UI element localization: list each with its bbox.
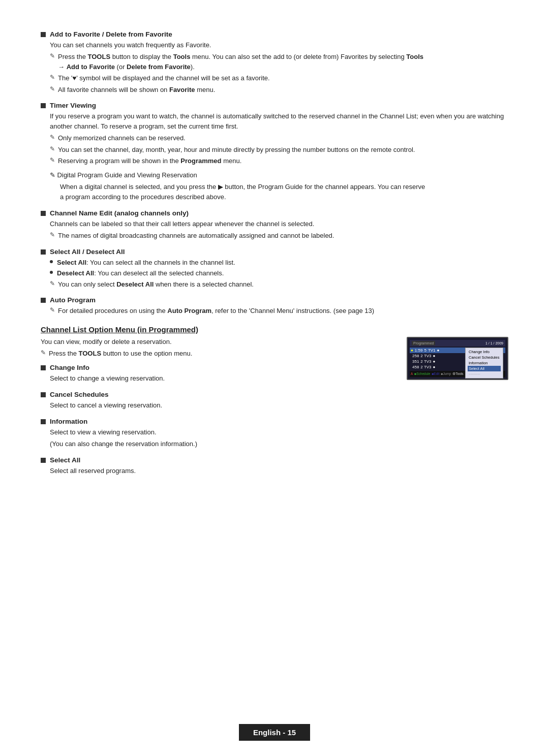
sub-section-select-all: Select All Select all reserved programs. bbox=[41, 456, 391, 476]
tv-footer-schedule: ■Schedule bbox=[414, 372, 430, 376]
section-title: Select All bbox=[50, 456, 80, 464]
tv-row-ch: 5 bbox=[424, 348, 426, 353]
section-body: Select to change a viewing reservation. bbox=[41, 373, 391, 384]
note-icon: ✎ bbox=[50, 145, 55, 152]
body-text: If you reserve a program you want to wat… bbox=[50, 111, 508, 132]
tv-menu: Change Info Cancel Schedules Information… bbox=[465, 348, 503, 379]
note-icon: ✎ bbox=[50, 280, 55, 287]
sub-body: When a digital channel is selected, and … bbox=[50, 182, 508, 202]
body-text: Channels can be labeled so that their ca… bbox=[50, 219, 508, 229]
note-text: All favorite channels will be shown on F… bbox=[58, 85, 215, 95]
tv-header: Programmed 1 / 1 / 2009 bbox=[410, 340, 505, 346]
sub-section-digital: ✎ Digital Program Guide and Viewing Rese… bbox=[50, 170, 508, 202]
note-icon: ✎ bbox=[50, 74, 55, 81]
bullet-icon bbox=[41, 211, 46, 216]
note-text: Only memorized channels can be reserved. bbox=[58, 133, 186, 143]
bullet-icon bbox=[41, 419, 46, 424]
body-text: Select to cancel a viewing reservation. bbox=[50, 400, 391, 411]
sub-title: ✎ Digital Program Guide and Viewing Rese… bbox=[50, 170, 508, 180]
note-icon: ✎ bbox=[50, 231, 55, 238]
note-text: You can set the channel, day, month, yea… bbox=[58, 145, 415, 155]
section-title: Add to Favorite / Delete from Favorite bbox=[50, 30, 172, 38]
note-icon: ✎ bbox=[50, 156, 55, 164]
note-1: ✎ The names of digital broadcasting chan… bbox=[50, 231, 508, 241]
section-title: Channel Name Edit (analog channels only) bbox=[50, 209, 189, 217]
channel-list-title: Channel List Option Menu (in Programmed) bbox=[41, 325, 508, 334]
tv-footer-tools: ⚙Tools bbox=[452, 372, 463, 376]
section-title: Select All / Deselect All bbox=[50, 248, 125, 256]
body-text-1: Select to view a viewing reservation. bbox=[50, 427, 391, 437]
section-header: Channel Name Edit (analog channels only) bbox=[41, 209, 508, 217]
tv-row-type: TV1 bbox=[428, 348, 436, 353]
tv-label: Programmed bbox=[412, 341, 435, 345]
tv-date: 1 / 1 / 2009 bbox=[485, 341, 503, 345]
note-icon: ✎ bbox=[50, 306, 55, 313]
tv-menu-item-select-all: Select All bbox=[468, 366, 501, 371]
dot-text: Select All: You can select all the chann… bbox=[57, 258, 235, 268]
tv-row-signal: ● bbox=[433, 365, 436, 369]
section-body: Channels can be labeled so that their ca… bbox=[41, 219, 508, 241]
note-icon: ✎ bbox=[50, 134, 55, 141]
memo-icon: ✎ bbox=[50, 52, 55, 59]
bullet-icon bbox=[41, 365, 46, 370]
channel-list-option-section: Channel List Option Menu (in Programmed)… bbox=[41, 325, 508, 483]
sub-section-change-info: Change Info Select to change a viewing r… bbox=[41, 364, 391, 384]
section-header: Auto Program bbox=[41, 296, 508, 304]
note-3: ✎ Reserving a program will be shown in t… bbox=[50, 156, 508, 166]
note-text: Press the TOOLS button to display the To… bbox=[58, 52, 423, 72]
section-header: Change Info bbox=[41, 364, 391, 371]
tv-row-icon: ● bbox=[411, 348, 413, 353]
bullet-icon bbox=[41, 32, 46, 37]
section-header: Select All bbox=[41, 456, 391, 464]
tv-menu-item-information: Information bbox=[468, 360, 501, 366]
footer-badge: English - 15 bbox=[239, 724, 310, 741]
tv-row-type: 2 TV3 bbox=[420, 365, 431, 369]
section-select-all: Select All / Deselect All Select All: Yo… bbox=[41, 248, 508, 290]
note-text: The '♥' symbol will be displayed and the… bbox=[58, 73, 270, 83]
section-title: Auto Program bbox=[50, 296, 96, 304]
sub-section-information: Information Select to view a viewing res… bbox=[41, 418, 391, 449]
tv-menu-item-extra: ··········· bbox=[468, 371, 501, 377]
section-body: Select All: You can select all the chann… bbox=[41, 258, 508, 290]
section-title: Information bbox=[50, 418, 87, 425]
tv-menu-item-change-info: Change Info bbox=[468, 349, 501, 355]
section-channel-name-edit: Channel Name Edit (analog channels only)… bbox=[41, 209, 508, 241]
bullet-dot-2: Deselect All: You can deselect all the s… bbox=[50, 268, 508, 278]
section-title: Change Info bbox=[50, 364, 89, 371]
tv-row-type: 2 TV3 bbox=[420, 354, 431, 358]
tv-footer-edit: ■Edit bbox=[432, 372, 439, 376]
tv-row-ch: 351 bbox=[412, 359, 419, 364]
memo-icon: ✎ bbox=[41, 349, 46, 356]
tv-row-type: 2 TV3 bbox=[420, 359, 431, 364]
body-text: You can set channels you watch frequentl… bbox=[50, 40, 508, 50]
section-header: Cancel Schedules bbox=[41, 391, 391, 398]
note-tools: ✎ Press the TOOLS button to use the opti… bbox=[41, 349, 391, 359]
section-title: Cancel Schedules bbox=[50, 391, 109, 398]
note-icon: ✎ bbox=[50, 85, 55, 92]
section-body: Select to view a viewing reservation. (Y… bbox=[41, 427, 391, 449]
section-body: You can set channels you watch frequentl… bbox=[41, 40, 508, 94]
dot-icon bbox=[50, 260, 53, 263]
section-body: Select to cancel a viewing reservation. bbox=[41, 400, 391, 411]
note-memo-1: ✎ Press the TOOLS button to display the … bbox=[50, 52, 508, 72]
section-header: Information bbox=[41, 418, 391, 425]
dot-icon bbox=[50, 271, 53, 274]
tv-row-signal: ● bbox=[433, 359, 436, 364]
note-text: You can only select Deselect All when th… bbox=[58, 279, 254, 290]
note-1: ✎ The '♥' symbol will be displayed and t… bbox=[50, 73, 508, 83]
tv-row-ch: 458 bbox=[412, 365, 419, 369]
tv-footer-jump: ■Jump bbox=[441, 372, 451, 376]
section-header: Add to Favorite / Delete from Favorite bbox=[41, 30, 508, 38]
tv-screen-container: Programmed 1 / 1 / 2009 ● 1:59 5 TV1 ● bbox=[407, 337, 508, 380]
note-text: Reserving a program will be shown in the… bbox=[58, 156, 241, 166]
bullet-icon bbox=[41, 298, 46, 303]
section-body: Select all reserved programs. bbox=[41, 466, 391, 476]
bullet-icon bbox=[41, 392, 46, 397]
tv-row-ch: 258 bbox=[412, 354, 419, 358]
note-1: ✎ You can only select Deselect All when … bbox=[50, 279, 508, 290]
note-2: ✎ All favorite channels will be shown on… bbox=[50, 85, 508, 95]
note-text: The names of digital broadcasting channe… bbox=[58, 231, 334, 241]
sub-section-cancel-schedules: Cancel Schedules Select to cancel a view… bbox=[41, 391, 391, 411]
note-text: For detailed procedures on using the Aut… bbox=[58, 306, 374, 316]
body-text-2: (You can also change the reservation inf… bbox=[50, 439, 391, 449]
